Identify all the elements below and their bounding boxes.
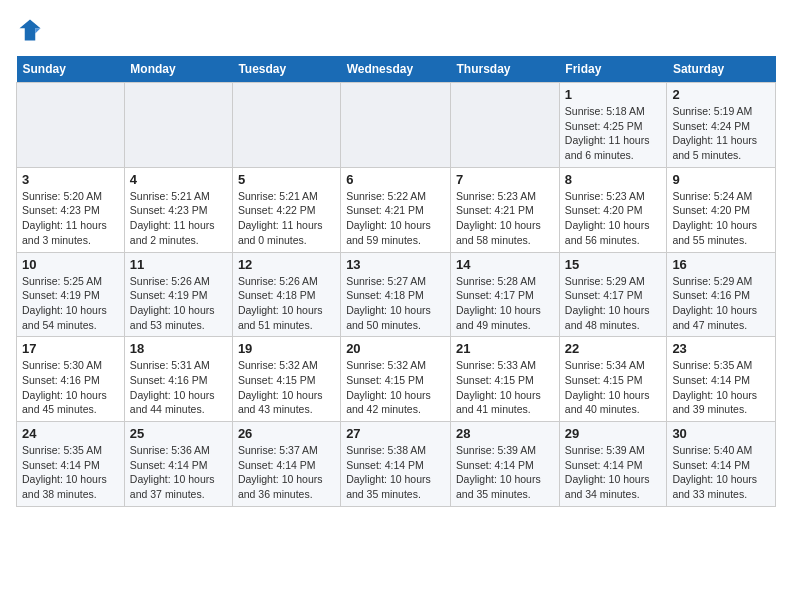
calendar-cell xyxy=(451,83,560,168)
day-number: 2 xyxy=(672,87,770,102)
day-info: Sunrise: 5:21 AM Sunset: 4:22 PM Dayligh… xyxy=(238,189,335,248)
day-number: 10 xyxy=(22,257,119,272)
weekday-header-wednesday: Wednesday xyxy=(341,56,451,83)
day-info: Sunrise: 5:40 AM Sunset: 4:14 PM Dayligh… xyxy=(672,443,770,502)
day-number: 25 xyxy=(130,426,227,441)
day-number: 28 xyxy=(456,426,554,441)
day-info: Sunrise: 5:26 AM Sunset: 4:18 PM Dayligh… xyxy=(238,274,335,333)
calendar-table: SundayMondayTuesdayWednesdayThursdayFrid… xyxy=(16,56,776,507)
weekday-header-friday: Friday xyxy=(559,56,667,83)
day-info: Sunrise: 5:22 AM Sunset: 4:21 PM Dayligh… xyxy=(346,189,445,248)
page-header xyxy=(16,16,776,44)
weekday-header-thursday: Thursday xyxy=(451,56,560,83)
calendar-cell xyxy=(341,83,451,168)
calendar-cell: 7Sunrise: 5:23 AM Sunset: 4:21 PM Daylig… xyxy=(451,167,560,252)
day-info: Sunrise: 5:25 AM Sunset: 4:19 PM Dayligh… xyxy=(22,274,119,333)
day-number: 18 xyxy=(130,341,227,356)
day-number: 24 xyxy=(22,426,119,441)
day-info: Sunrise: 5:35 AM Sunset: 4:14 PM Dayligh… xyxy=(672,358,770,417)
calendar-cell: 10Sunrise: 5:25 AM Sunset: 4:19 PM Dayli… xyxy=(17,252,125,337)
calendar-cell: 5Sunrise: 5:21 AM Sunset: 4:22 PM Daylig… xyxy=(232,167,340,252)
weekday-header-monday: Monday xyxy=(124,56,232,83)
day-number: 20 xyxy=(346,341,445,356)
weekday-header-saturday: Saturday xyxy=(667,56,776,83)
calendar-cell xyxy=(17,83,125,168)
calendar-cell: 16Sunrise: 5:29 AM Sunset: 4:16 PM Dayli… xyxy=(667,252,776,337)
calendar-cell: 11Sunrise: 5:26 AM Sunset: 4:19 PM Dayli… xyxy=(124,252,232,337)
calendar-week-row: 24Sunrise: 5:35 AM Sunset: 4:14 PM Dayli… xyxy=(17,422,776,507)
day-number: 12 xyxy=(238,257,335,272)
day-number: 21 xyxy=(456,341,554,356)
calendar-cell: 25Sunrise: 5:36 AM Sunset: 4:14 PM Dayli… xyxy=(124,422,232,507)
calendar-cell: 12Sunrise: 5:26 AM Sunset: 4:18 PM Dayli… xyxy=(232,252,340,337)
calendar-cell: 13Sunrise: 5:27 AM Sunset: 4:18 PM Dayli… xyxy=(341,252,451,337)
day-info: Sunrise: 5:26 AM Sunset: 4:19 PM Dayligh… xyxy=(130,274,227,333)
calendar-cell: 8Sunrise: 5:23 AM Sunset: 4:20 PM Daylig… xyxy=(559,167,667,252)
day-info: Sunrise: 5:29 AM Sunset: 4:16 PM Dayligh… xyxy=(672,274,770,333)
day-number: 23 xyxy=(672,341,770,356)
calendar-cell: 1Sunrise: 5:18 AM Sunset: 4:25 PM Daylig… xyxy=(559,83,667,168)
calendar-cell: 15Sunrise: 5:29 AM Sunset: 4:17 PM Dayli… xyxy=(559,252,667,337)
calendar-cell: 9Sunrise: 5:24 AM Sunset: 4:20 PM Daylig… xyxy=(667,167,776,252)
calendar-cell: 17Sunrise: 5:30 AM Sunset: 4:16 PM Dayli… xyxy=(17,337,125,422)
day-info: Sunrise: 5:30 AM Sunset: 4:16 PM Dayligh… xyxy=(22,358,119,417)
logo-icon xyxy=(16,16,44,44)
day-info: Sunrise: 5:39 AM Sunset: 4:14 PM Dayligh… xyxy=(565,443,662,502)
day-info: Sunrise: 5:23 AM Sunset: 4:20 PM Dayligh… xyxy=(565,189,662,248)
calendar-cell: 22Sunrise: 5:34 AM Sunset: 4:15 PM Dayli… xyxy=(559,337,667,422)
day-info: Sunrise: 5:33 AM Sunset: 4:15 PM Dayligh… xyxy=(456,358,554,417)
calendar-cell: 19Sunrise: 5:32 AM Sunset: 4:15 PM Dayli… xyxy=(232,337,340,422)
day-number: 17 xyxy=(22,341,119,356)
day-number: 30 xyxy=(672,426,770,441)
day-info: Sunrise: 5:32 AM Sunset: 4:15 PM Dayligh… xyxy=(346,358,445,417)
day-info: Sunrise: 5:37 AM Sunset: 4:14 PM Dayligh… xyxy=(238,443,335,502)
day-number: 5 xyxy=(238,172,335,187)
calendar-cell: 24Sunrise: 5:35 AM Sunset: 4:14 PM Dayli… xyxy=(17,422,125,507)
calendar-cell: 21Sunrise: 5:33 AM Sunset: 4:15 PM Dayli… xyxy=(451,337,560,422)
day-info: Sunrise: 5:38 AM Sunset: 4:14 PM Dayligh… xyxy=(346,443,445,502)
day-number: 9 xyxy=(672,172,770,187)
calendar-cell: 30Sunrise: 5:40 AM Sunset: 4:14 PM Dayli… xyxy=(667,422,776,507)
day-number: 14 xyxy=(456,257,554,272)
calendar-cell xyxy=(124,83,232,168)
day-info: Sunrise: 5:21 AM Sunset: 4:23 PM Dayligh… xyxy=(130,189,227,248)
day-info: Sunrise: 5:39 AM Sunset: 4:14 PM Dayligh… xyxy=(456,443,554,502)
day-number: 3 xyxy=(22,172,119,187)
calendar-week-row: 10Sunrise: 5:25 AM Sunset: 4:19 PM Dayli… xyxy=(17,252,776,337)
calendar-cell: 4Sunrise: 5:21 AM Sunset: 4:23 PM Daylig… xyxy=(124,167,232,252)
calendar-cell: 20Sunrise: 5:32 AM Sunset: 4:15 PM Dayli… xyxy=(341,337,451,422)
day-number: 6 xyxy=(346,172,445,187)
day-info: Sunrise: 5:23 AM Sunset: 4:21 PM Dayligh… xyxy=(456,189,554,248)
weekday-header-sunday: Sunday xyxy=(17,56,125,83)
calendar-cell: 3Sunrise: 5:20 AM Sunset: 4:23 PM Daylig… xyxy=(17,167,125,252)
calendar-cell: 14Sunrise: 5:28 AM Sunset: 4:17 PM Dayli… xyxy=(451,252,560,337)
day-info: Sunrise: 5:29 AM Sunset: 4:17 PM Dayligh… xyxy=(565,274,662,333)
calendar-cell: 23Sunrise: 5:35 AM Sunset: 4:14 PM Dayli… xyxy=(667,337,776,422)
day-number: 13 xyxy=(346,257,445,272)
day-number: 11 xyxy=(130,257,227,272)
day-number: 29 xyxy=(565,426,662,441)
day-info: Sunrise: 5:34 AM Sunset: 4:15 PM Dayligh… xyxy=(565,358,662,417)
calendar-cell: 27Sunrise: 5:38 AM Sunset: 4:14 PM Dayli… xyxy=(341,422,451,507)
day-number: 26 xyxy=(238,426,335,441)
calendar-cell: 29Sunrise: 5:39 AM Sunset: 4:14 PM Dayli… xyxy=(559,422,667,507)
day-number: 16 xyxy=(672,257,770,272)
day-number: 4 xyxy=(130,172,227,187)
weekday-header-row: SundayMondayTuesdayWednesdayThursdayFrid… xyxy=(17,56,776,83)
day-info: Sunrise: 5:19 AM Sunset: 4:24 PM Dayligh… xyxy=(672,104,770,163)
day-number: 15 xyxy=(565,257,662,272)
day-info: Sunrise: 5:28 AM Sunset: 4:17 PM Dayligh… xyxy=(456,274,554,333)
calendar-week-row: 3Sunrise: 5:20 AM Sunset: 4:23 PM Daylig… xyxy=(17,167,776,252)
calendar-cell: 26Sunrise: 5:37 AM Sunset: 4:14 PM Dayli… xyxy=(232,422,340,507)
calendar-cell: 28Sunrise: 5:39 AM Sunset: 4:14 PM Dayli… xyxy=(451,422,560,507)
day-info: Sunrise: 5:24 AM Sunset: 4:20 PM Dayligh… xyxy=(672,189,770,248)
calendar-cell: 2Sunrise: 5:19 AM Sunset: 4:24 PM Daylig… xyxy=(667,83,776,168)
day-info: Sunrise: 5:36 AM Sunset: 4:14 PM Dayligh… xyxy=(130,443,227,502)
day-info: Sunrise: 5:31 AM Sunset: 4:16 PM Dayligh… xyxy=(130,358,227,417)
day-number: 27 xyxy=(346,426,445,441)
day-number: 22 xyxy=(565,341,662,356)
calendar-cell: 18Sunrise: 5:31 AM Sunset: 4:16 PM Dayli… xyxy=(124,337,232,422)
day-info: Sunrise: 5:35 AM Sunset: 4:14 PM Dayligh… xyxy=(22,443,119,502)
day-number: 19 xyxy=(238,341,335,356)
day-number: 8 xyxy=(565,172,662,187)
